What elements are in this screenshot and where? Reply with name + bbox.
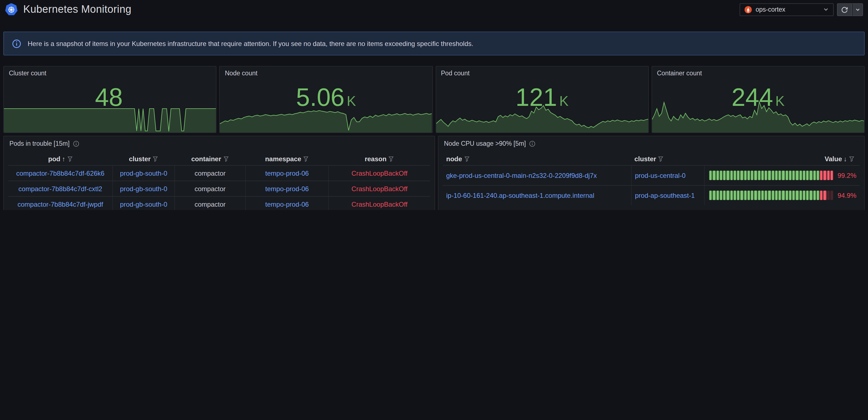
panel-title: Pods in trouble [15m] [9, 140, 69, 147]
column-header-value[interactable]: Value↓ [704, 153, 860, 165]
stat-panel-node-count[interactable]: Node count 5.06K [219, 66, 433, 133]
column-header-cluster[interactable]: cluster [113, 153, 175, 165]
column-header-reason[interactable]: reason [328, 153, 430, 165]
page-title: Kubernetes Monitoring [23, 3, 131, 16]
gauge-cell [810, 191, 813, 200]
stat-panel-cluster-count[interactable]: Cluster count 48 [3, 66, 217, 133]
column-header-pod[interactable]: pod↑ [8, 153, 113, 165]
gauge-cell [747, 191, 750, 200]
pods-in-trouble-panel: Pods in trouble [15m] pod↑clustercontain… [3, 136, 435, 210]
cell-link[interactable]: compactor-7b8b84c7df-626k6 [16, 169, 104, 177]
cell-link[interactable]: ip-10-60-161-240.ap-southeast-1.compute.… [446, 191, 594, 199]
gauge-cell [824, 191, 827, 200]
gauge-cell [810, 171, 813, 180]
sparkline-chart [4, 108, 216, 133]
gauge-cell [806, 171, 809, 180]
stat-panel-container-count[interactable]: Container count 244K [652, 66, 865, 133]
gauge-cell [792, 191, 795, 200]
info-icon [12, 39, 21, 48]
filter-icon[interactable] [303, 156, 308, 162]
middle-row: Pods in trouble [15m] pod↑clustercontain… [3, 136, 865, 210]
panel-title: Node count [225, 70, 258, 77]
stat-value: 48 [4, 85, 216, 110]
gauge-cell [803, 171, 806, 180]
text-cell: compactor [194, 185, 225, 193]
value-percent: 99.2% [833, 171, 857, 179]
value-cell: 94.9% [704, 186, 860, 205]
stat-value: 5.06K [220, 85, 432, 110]
info-icon[interactable] [529, 140, 535, 146]
gauge-cell [754, 171, 757, 180]
gauge-cell [785, 171, 788, 180]
column-header-namespace[interactable]: namespace [245, 153, 328, 165]
datasource-picker[interactable]: ops-cortex [740, 3, 834, 16]
gauge-cell [813, 191, 816, 200]
gauge-cell [757, 171, 761, 180]
reason-cell: CrashLoopBackOff [351, 185, 407, 193]
stat-value: 244K [652, 85, 864, 110]
gauge-cell [785, 191, 788, 200]
cell-link[interactable]: prod-gb-south-0 [120, 169, 167, 177]
gauge-cell [768, 191, 771, 200]
gauge-cell [778, 171, 781, 180]
gauge-cell [824, 171, 827, 180]
column-header-container[interactable]: container [175, 153, 245, 165]
cell-link[interactable]: prod-us-central-0 [635, 171, 686, 179]
gauge-cell [754, 191, 757, 200]
panel-title: Node CPU usage >90% [5m] [444, 140, 526, 147]
gauge-cell [709, 171, 712, 180]
cell-link[interactable]: prod-gb-south-0 [120, 200, 167, 208]
prometheus-icon [745, 6, 752, 13]
gauge-cell [726, 191, 730, 200]
gauge-cell [723, 191, 726, 200]
gauge-cell [782, 171, 785, 180]
gauge-cell [730, 171, 733, 180]
gauge-cell [813, 171, 816, 180]
gauge-cell [820, 191, 823, 200]
cell-link[interactable]: tempo-prod-06 [265, 185, 309, 193]
filter-icon[interactable] [67, 156, 72, 162]
gauge-cell [716, 191, 719, 200]
gauge-cell [789, 191, 792, 200]
gauge-cell [771, 171, 774, 180]
gauge-cell [771, 191, 774, 200]
stat-panel-pod-count[interactable]: Pod count 121K [435, 66, 649, 133]
refresh-button[interactable] [837, 3, 852, 16]
gauge-cell [740, 171, 743, 180]
cell-link[interactable]: gke-prod-us-central-0-main-n2s32-0-2209f… [446, 171, 597, 179]
cell-link[interactable]: tempo-prod-06 [265, 200, 309, 208]
filter-icon[interactable] [153, 156, 158, 162]
sort-desc-icon: ↓ [844, 155, 847, 163]
column-header-cluster[interactable]: cluster [631, 153, 704, 165]
filter-icon[interactable] [464, 156, 469, 162]
gauge-cell [761, 171, 764, 180]
cell-link[interactable]: tempo-prod-06 [265, 169, 309, 177]
filter-icon[interactable] [389, 156, 394, 162]
gauge-cell [734, 171, 737, 180]
cell-link[interactable]: compactor-7b8b84c7df-cxtl2 [19, 185, 102, 193]
cell-link[interactable]: prod-gb-south-0 [120, 185, 167, 193]
gauge-cell [737, 171, 740, 180]
cell-link[interactable]: prod-ap-southeast-1 [635, 191, 695, 199]
gauge-cell [806, 191, 809, 200]
gauge-cell [713, 191, 716, 200]
filter-icon[interactable] [849, 156, 854, 162]
filter-icon[interactable] [223, 156, 228, 162]
gauge-cell [827, 171, 830, 180]
info-banner: Here is a snapshot of items in your Kube… [3, 32, 865, 55]
node-cpu-usage-panel: Node CPU usage >90% [5m] nodeclusterValu… [438, 136, 865, 210]
refresh-interval-dropdown[interactable] [852, 3, 863, 16]
cell-link[interactable]: compactor-7b8b84c7df-jwpdf [18, 200, 103, 208]
column-header-node[interactable]: node [443, 153, 631, 165]
table-header-row: nodeclusterValue↓ [443, 153, 860, 165]
gauge-cell [761, 191, 764, 200]
text-cell: compactor [194, 169, 225, 177]
gauge-cell [816, 191, 819, 200]
cpu-table: nodeclusterValue↓gke-prod-us-central-0-m… [443, 153, 860, 205]
table-row: gke-prod-us-central-0-main-n2s32-0-2209f… [443, 165, 860, 185]
gauge-cell [799, 171, 802, 180]
filter-icon[interactable] [658, 156, 663, 162]
text-cell: compactor [194, 200, 225, 208]
reason-cell: CrashLoopBackOff [351, 169, 407, 177]
info-icon[interactable] [73, 140, 79, 146]
